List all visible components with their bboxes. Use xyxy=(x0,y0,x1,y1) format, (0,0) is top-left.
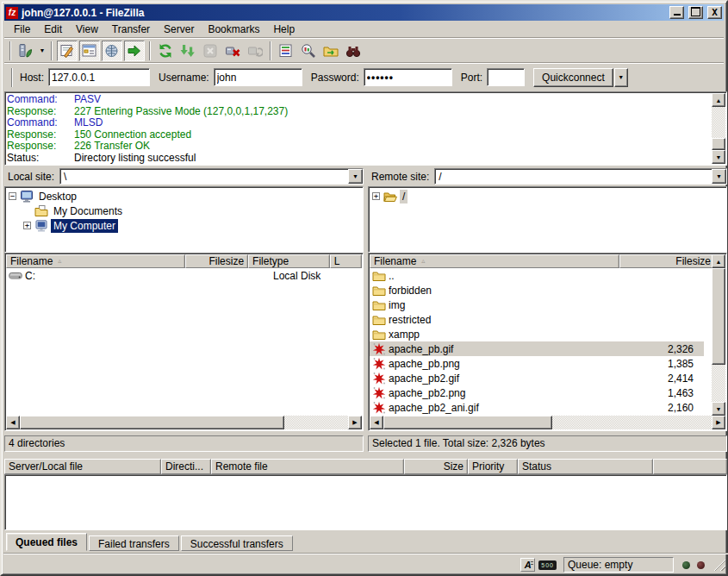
menu-item-help[interactable]: Help xyxy=(266,22,302,37)
directory-comparison-button[interactable] xyxy=(298,41,319,61)
scroll-left-icon[interactable]: ◀ xyxy=(370,416,383,429)
scroll-up-icon[interactable]: ▲ xyxy=(712,254,725,268)
close-button[interactable]: X xyxy=(707,6,722,19)
remote-hscroll-thumb[interactable] xyxy=(383,416,552,429)
menu-bar: FileEditViewTransferServerBookmarksHelp xyxy=(4,21,724,37)
queue-column-header-priority[interactable]: Priority xyxy=(468,459,518,474)
remote-file-row[interactable]: xampp xyxy=(370,327,704,341)
remote-file-row[interactable]: apache_pb2.png1,463 xyxy=(370,385,704,400)
log-scroll-thumb[interactable] xyxy=(712,138,725,150)
chevron-down-icon[interactable]: ▼ xyxy=(712,169,726,184)
log-line-text: 226 Transfer OK xyxy=(74,141,150,153)
synchronized-browsing-button[interactable] xyxy=(320,41,341,61)
remote-status-text: Selected 1 file. Total size: 2,326 bytes xyxy=(368,435,727,452)
remote-hscroll-track[interactable] xyxy=(552,416,712,429)
tab-queued-files[interactable]: Queued files xyxy=(6,533,87,551)
remote-file-row[interactable]: forbidden xyxy=(370,283,704,297)
host-input[interactable] xyxy=(48,68,150,86)
remote-hscrollbar[interactable]: ◀ ▶ xyxy=(370,416,725,429)
toggle-message-log-button[interactable] xyxy=(57,41,78,61)
directory-filter-button[interactable] xyxy=(276,41,296,61)
menu-item-view[interactable]: View xyxy=(69,22,105,37)
filezilla-logo-icon: fz xyxy=(6,7,18,19)
reconnect-button[interactable] xyxy=(245,41,265,61)
toggle-local-tree-button[interactable] xyxy=(79,41,100,61)
toggle-transfer-queue-button[interactable] xyxy=(124,41,145,61)
site-manager-dropdown-icon[interactable]: ▼ xyxy=(37,41,47,61)
site-manager-button[interactable] xyxy=(16,41,36,61)
collapse-icon[interactable]: − xyxy=(9,192,16,200)
remote-file-row[interactable]: apache_pb2_ani.gif2,160 xyxy=(370,400,704,415)
scroll-right-icon[interactable]: ▶ xyxy=(348,416,362,429)
local-column-header-l[interactable]: L xyxy=(330,254,362,268)
disconnect-button[interactable] xyxy=(222,41,243,61)
remote-file-row[interactable]: apache_pb2.gif2,414 xyxy=(370,371,704,385)
refresh-button[interactable] xyxy=(155,41,176,61)
scroll-up-icon[interactable]: ▲ xyxy=(712,93,725,107)
quickconnect-button[interactable]: Quickconnect xyxy=(533,68,613,87)
quickconnect-dropdown-button[interactable]: ▼ xyxy=(614,68,628,87)
port-input[interactable] xyxy=(487,68,525,86)
filename-cell: forbidden xyxy=(370,284,619,297)
queue-column-header-remotefile[interactable]: Remote file xyxy=(211,459,404,474)
maximize-button[interactable] xyxy=(688,6,703,19)
tab-successful-transfers[interactable]: Successful transfers xyxy=(181,535,293,551)
remote-file-row[interactable]: apache_pb.gif2,326 xyxy=(370,341,704,356)
menu-item-bookmarks[interactable]: Bookmarks xyxy=(201,22,266,37)
queue-column-header-directi[interactable]: Directi... xyxy=(161,459,211,474)
local-hscrollbar[interactable]: ◀ ▶ xyxy=(6,416,362,429)
menu-item-transfer[interactable]: Transfer xyxy=(105,22,157,37)
remote-site-combo[interactable]: / ▼ xyxy=(434,168,727,185)
local-tree-item[interactable]: −Desktop xyxy=(7,189,363,203)
scroll-right-icon[interactable]: ▶ xyxy=(712,416,725,429)
filename-cell: C: xyxy=(6,269,202,283)
queue-column-header-serverlocalfile[interactable]: Server/Local file xyxy=(4,459,161,474)
queue-column-header-size[interactable]: Size xyxy=(404,459,468,474)
transfer-type-indicator-icon[interactable]: A xyxy=(520,558,535,572)
local-column-header-filesize[interactable]: Filesize xyxy=(185,254,248,268)
log-scroll-track[interactable] xyxy=(712,107,725,138)
remote-vscrollbar[interactable]: ▲ ▼ xyxy=(712,254,725,416)
find-files-button[interactable] xyxy=(343,41,364,61)
scroll-left-icon[interactable]: ◀ xyxy=(6,416,20,429)
remote-file-row[interactable]: img xyxy=(370,297,704,312)
local-column-header-filename[interactable]: Filename▵ xyxy=(6,254,185,268)
menu-item-server[interactable]: Server xyxy=(157,22,201,37)
speedlimit-indicator-icon[interactable]: 500 xyxy=(538,560,557,570)
local-file-row[interactable]: C:Local Disk xyxy=(6,268,362,283)
remote-file-row[interactable]: apache_pb.png1,385 xyxy=(370,356,704,371)
chevron-down-icon[interactable]: ▼ xyxy=(348,169,363,184)
remote-file-row[interactable]: .. xyxy=(370,268,704,283)
scroll-down-icon[interactable]: ▼ xyxy=(712,402,725,416)
scroll-down-icon[interactable]: ▼ xyxy=(712,150,725,164)
tab-failed-transfers[interactable]: Failed transfers xyxy=(89,535,179,551)
local-hscroll-track[interactable] xyxy=(284,416,348,429)
remote-tree-item[interactable]: +/ xyxy=(370,189,726,203)
resize-grip[interactable] xyxy=(713,559,725,571)
local-tree-item[interactable]: My Documents xyxy=(7,203,363,218)
expand-icon[interactable]: + xyxy=(23,222,31,229)
minimize-button[interactable] xyxy=(669,6,684,19)
log-scrollbar[interactable]: ▲ ▼ xyxy=(712,93,725,164)
expand-icon[interactable]: + xyxy=(372,192,380,200)
local-site-combo[interactable]: \ ▼ xyxy=(59,168,364,185)
remote-vscroll-track[interactable] xyxy=(712,365,725,402)
queue-list[interactable] xyxy=(4,474,727,530)
remote-column-header-filename[interactable]: Filename▵ xyxy=(370,254,619,268)
computer-icon xyxy=(34,219,49,233)
menu-item-file[interactable]: File xyxy=(7,22,37,37)
menu-item-edit[interactable]: Edit xyxy=(37,22,69,37)
toggle-remote-tree-button[interactable] xyxy=(102,41,122,61)
password-input[interactable] xyxy=(364,68,452,86)
process-queue-button[interactable] xyxy=(177,41,198,61)
local-column-header-filetype[interactable]: Filetype xyxy=(248,254,330,268)
queue-column-header-status[interactable]: Status xyxy=(518,459,653,474)
local-tree-item[interactable]: +My Computer xyxy=(7,218,363,233)
remote-file-row[interactable]: restricted xyxy=(370,312,704,327)
local-hscroll-thumb[interactable] xyxy=(20,416,284,429)
remote-vscroll-thumb[interactable] xyxy=(712,268,725,365)
remote-column-header-filesize[interactable]: Filesize xyxy=(619,254,715,268)
cancel-button[interactable] xyxy=(200,41,221,61)
username-input[interactable] xyxy=(214,68,302,86)
title-bar[interactable]: fz john@127.0.0.1 - FileZilla X xyxy=(4,4,724,21)
